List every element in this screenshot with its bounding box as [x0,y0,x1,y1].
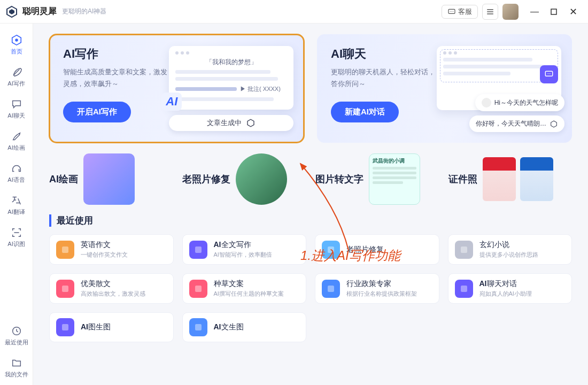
tile-icon [322,280,340,298]
tile-title: 玄幻小说 [479,240,538,250]
sidebar-item-translate[interactable]: AI翻译 [3,190,30,219]
scan-icon [11,227,22,238]
sidebar-item-label: AI绘画 [3,144,30,152]
subcard-ocr[interactable]: 图片转文字 武昌街的小调 [315,153,439,205]
hero-chat-desc: 更聪明的聊天机器人，轻松对话，答你所问～ [331,66,437,90]
sidebar-item-write[interactable]: AI写作 [3,62,30,91]
sidebar-item-home[interactable]: 首页 [3,30,30,59]
subcard-id[interactable]: 证件照 [448,153,572,205]
folder-icon [11,357,22,369]
square-icon [551,9,557,15]
chat-icon [447,7,456,16]
subcard-title: 证件照 [448,173,477,186]
sidebar-item-label: 首页 [3,48,30,56]
recent-tile[interactable]: 种草文案AI撰写任何主题的种草文案 [182,273,307,304]
svg-rect-19 [195,324,202,330]
chat-bubble-1: Hi～今天的天气怎样呢 [475,94,564,111]
svg-rect-16 [328,286,334,292]
svg-point-1 [450,11,451,11]
app-slogan: 更聪明的AI神器 [62,7,106,16]
recent-tile[interactable]: AI文生图 [182,312,307,342]
sidebar-item-label: AI语音 [3,176,30,184]
tile-title: 英语作文 [81,240,128,250]
tile-desc: AI撰写任何主题的种草文案 [214,290,284,298]
svg-rect-17 [461,286,467,292]
chat-bubble-2: 你好呀，今天天气晴朗… [469,116,564,132]
generating-label: 文章生成中 [207,118,242,128]
window-minimize-button[interactable]: — [528,5,541,18]
tile-icon [189,318,207,336]
recent-tile[interactable]: 行业政策专家根据行业名称提供政策框架 [315,273,439,304]
svg-point-3 [453,11,453,11]
recent-section-title: 最近使用 [49,214,572,227]
app-logo-icon [5,5,18,18]
svg-rect-18 [62,324,68,330]
main-content: AI写作 智能生成高质量文章和文案，激发灵感，效率飙升～ 开启AI写作 AI 「… [33,24,588,385]
hero-write-desc: 智能生成高质量文章和文案，激发灵感，效率飙升～ [63,66,169,90]
feather-icon [11,66,22,78]
id-photo-blue [520,157,553,201]
titlebar: 聪明灵犀 更聪明的AI神器 客服 — ✕ [0,0,588,24]
hexagon-icon [550,120,558,128]
recent-tile[interactable]: 优美散文高效输出散文，激发灵感 [49,273,174,304]
sidebar-item-label: AI翻译 [3,208,30,216]
tile-title: 行业政策专家 [346,279,417,289]
sidebar-item-label: AI写作 [3,80,30,88]
chat-bubble-icon [11,98,22,110]
sidebar-item-paint[interactable]: AI绘画 [3,126,30,155]
tile-icon [455,241,473,259]
window-maximize-button[interactable] [547,5,560,18]
recent-tile[interactable]: 英语作文一键创作英文作文 [49,234,174,265]
tile-title: 种草文案 [214,279,284,289]
tile-icon [189,280,207,298]
svg-point-5 [15,38,18,42]
tile-icon [189,241,207,259]
subcard-title: 图片转文字 [315,173,363,186]
doc-thumb-title: 武昌街的小调 [373,157,416,165]
ocr-thumb: 武昌街的小调 [369,153,420,205]
paint-thumb [83,153,135,205]
support-button[interactable]: 客服 [442,5,478,19]
sidebar-item-label: AI识图 [3,240,30,248]
tile-title: 优美散文 [81,279,145,289]
id-photo-red [483,157,516,201]
recent-tile[interactable]: AI聊天对话宛如真人的AI小助理 [448,273,572,304]
recent-tile[interactable]: AI全文写作AI智能写作，效率翻倍 [182,234,307,265]
user-avatar[interactable] [502,4,519,20]
recent-tile[interactable]: AI图生图 [49,312,174,342]
clock-icon [11,325,22,337]
subcard-restore[interactable]: 老照片修复 [182,153,306,205]
tile-icon [56,318,74,336]
bubble-avatar-icon [482,98,491,107]
start-write-button[interactable]: 开启AI写作 [63,102,131,122]
write-mock-window: 「我和我的梦想」 ▶ 批注( XXXX) [169,46,293,110]
sidebar-item-recent[interactable]: 最近使用 [3,321,30,350]
hero-card-chat[interactable]: AI聊天 更聪明的聊天机器人，轻松对话，答你所问～ 新建AI对话 [317,34,572,143]
translate-icon [11,195,22,206]
svg-rect-4 [551,9,556,14]
window-close-button[interactable]: ✕ [567,5,579,18]
menu-button[interactable] [482,4,498,20]
hexagon-icon [246,118,256,128]
tile-desc: 高效输出散文，激发灵感 [81,290,145,298]
svg-rect-15 [195,286,202,292]
mock-annotation: ▶ 批注( XXXX) [240,85,281,93]
recent-tile[interactable]: 玄幻小说提供更多小说创作思路 [448,234,572,265]
sidebar-item-ocr[interactable]: AI识图 [3,222,30,251]
tile-title: AI图生图 [81,322,111,332]
sidebar-item-chat[interactable]: AI聊天 [3,94,30,123]
new-chat-button[interactable]: 新建AI对话 [331,102,399,122]
subcard-paint[interactable]: AI绘画 [49,153,173,205]
hero-card-write[interactable]: AI写作 智能生成高质量文章和文案，激发灵感，效率飙升～ 开启AI写作 AI 「… [49,34,304,143]
headphone-icon [11,163,22,174]
sidebar-item-label: 我的文件 [3,371,30,379]
sidebar: 首页 AI写作 AI聊天 AI绘画 AI语音 AI翻译 AI识图 最 [0,24,33,385]
svg-point-2 [451,11,452,11]
tile-title: AI聊天对话 [479,279,532,289]
tile-desc: AI智能写作，效率翻倍 [214,251,272,259]
sidebar-item-voice[interactable]: AI语音 [3,158,30,187]
svg-rect-11 [195,247,202,253]
home-icon [11,34,22,46]
svg-rect-10 [62,247,68,253]
sidebar-item-files[interactable]: 我的文件 [3,353,30,382]
